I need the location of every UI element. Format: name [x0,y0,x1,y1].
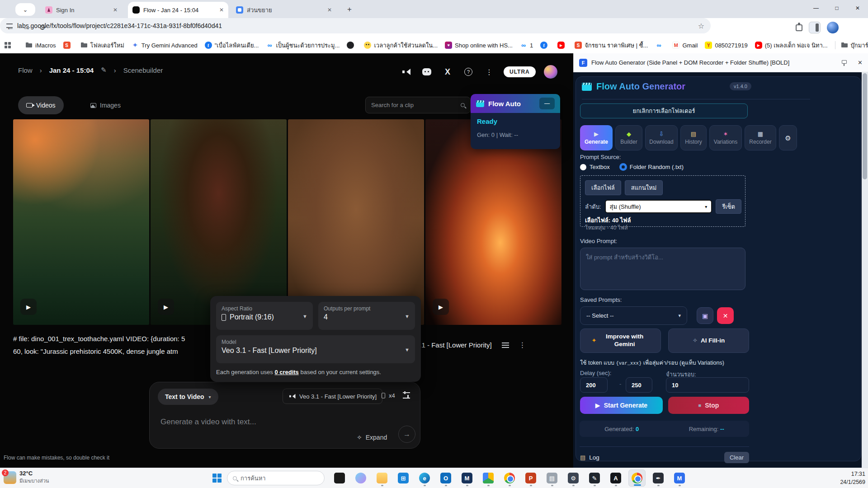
video-thumbnail-4[interactable]: ▶ [425,119,561,325]
app-icon-notes[interactable] [331,469,348,487]
reload-button[interactable]: ⟳ [37,22,49,33]
minimize-popup-button[interactable]: — [539,98,555,109]
submit-prompt-button[interactable]: → [398,426,415,443]
help-icon[interactable]: ? [462,66,475,78]
site-settings-icon[interactable] [6,23,13,28]
x-twitter-icon[interactable]: X [441,66,454,78]
app-icon-drive[interactable] [480,469,497,487]
play-icon[interactable]: ▶ [433,299,449,315]
bookmark-star-icon[interactable]: ☆ [698,22,704,30]
outputs-per-promp-select[interactable]: Outputs per prompt 4 ▼ [318,302,415,330]
new-tab-button[interactable]: + [344,5,354,14]
all-bookmarks[interactable]: บุ๊กมาร์กทั้งหมด [835,41,868,50]
app-icon-copilot[interactable] [352,469,369,487]
address-bar[interactable]: labs.google/fx/tools/flow/project/c2281e… [0,18,711,33]
play-icon[interactable]: ▶ [20,299,37,315]
model-select[interactable]: Model Veo 3.1 - Fast [Lower Priority] ▼ [216,335,415,363]
expand-button[interactable]: ✧ Expand [357,434,387,441]
flow-auto-popup-header[interactable]: Flow Auto — [471,94,560,113]
video-prompt-textarea[interactable] [580,248,745,290]
bookmark-item[interactable]: f [540,42,550,49]
tab-settings[interactable] [779,125,797,150]
tab-recorder[interactable]: Recorder [745,125,776,150]
apps-grid-icon[interactable] [5,42,11,48]
save-prompt-button[interactable]: ▣ [697,307,713,324]
bookmark-item[interactable]: Y0850271919 [705,42,747,49]
tab-variations[interactable]: Variations [709,125,742,150]
more-options-icon[interactable]: ⋮ [519,341,526,349]
tab-search-button[interactable]: ⌄ [15,3,35,16]
project-title[interactable]: Jan 24 - 15:04 [49,66,94,74]
video-thumbnail-1[interactable]: ▶ [13,119,149,325]
tab-close-icon[interactable]: ✕ [327,7,332,13]
browser-tab-signin[interactable]: Sign In ✕ [41,2,122,18]
tab-close-icon[interactable]: ✕ [219,7,224,13]
radio-folder-random[interactable]: Folder Random (.txt) [620,164,684,170]
radio-textbox[interactable]: Textbox [580,164,610,170]
app-icon-pen[interactable]: ✎ [586,469,603,487]
shuffle-order-select[interactable]: สุ่ม (Shuffle)▾ [605,200,712,213]
choose-file-button[interactable]: เลือกไฟล์ [585,180,621,195]
bookmark-item[interactable]: ∞เป็นผู้ชนะด้วยการประมู... [266,41,340,50]
taskbar-search-input[interactable] [241,475,320,482]
taskbar-search-box[interactable] [227,471,325,485]
clip-search-box[interactable] [365,97,471,113]
app-icon-outlook[interactable]: O [437,469,454,487]
app-icon-powerpoint[interactable]: P [522,469,539,487]
stop-button[interactable]: ■Stop [668,397,749,414]
side-panel-toggle-icon[interactable] [809,22,821,33]
breadcrumb-root[interactable]: Flow [18,66,33,74]
cancel-folder-button[interactable]: ยกเลิกการเลือกโฟลเดอร์ [580,103,748,118]
sound-icon[interactable] [400,66,412,78]
taskbar-clock[interactable]: 17:31 24/1/2569 [828,470,865,486]
reset-button[interactable]: รีเซ็ต [716,199,741,214]
app-icon-settings[interactable]: ⚙ [565,469,582,487]
model-chip[interactable]: Veo 3.1 - Fast [Lower Priority] [283,389,382,404]
bookmark-item[interactable]: โฟลเดอร์ใหม่ [80,41,124,50]
prompt-list-icon[interactable] [502,343,509,348]
output-multiplier[interactable]: x4 [381,392,395,399]
bookmark-item[interactable] [347,42,357,49]
weather-widget[interactable]: 2 32°C มีเมฆบางส่วน [4,470,49,485]
bookmark-item[interactable]: f"เบื่อไลฟ์คนเดีย... [205,41,259,50]
improve-with-gemini-button[interactable]: ✦Improve with Gemini [580,328,661,353]
window-maximize-button[interactable]: □ [826,0,847,16]
credits-link[interactable]: 0 credits [274,369,298,375]
prompt-input[interactable] [160,418,350,427]
app-icon-microsoft-store[interactable]: ⊞ [395,469,412,487]
tab-builder[interactable]: Builder [615,125,642,150]
saved-prompts-select[interactable]: -- Select --▾ [580,306,687,325]
discord-icon[interactable] [420,66,433,78]
clip-search-input[interactable] [371,102,457,108]
tab-close-icon[interactable]: ✕ [113,7,118,13]
pin-icon[interactable] [841,60,847,66]
browser-tab-flow[interactable]: Flow - Jan 24 - 15:04 ✕ [128,2,228,18]
tab-history[interactable]: History [680,125,707,150]
breadcrumb-scenebuilder[interactable]: Scenebuilder [123,66,163,74]
edit-pencil-icon[interactable]: ✎ [101,66,107,74]
bookmark-item[interactable]: ∞ [655,42,665,49]
bookmark-item[interactable]: ▶ [557,42,567,49]
tab-download[interactable]: Download [645,125,678,150]
delete-prompt-button[interactable]: ✕ [717,307,734,324]
app-icon-document[interactable]: ▤ [543,469,561,487]
tab-images[interactable]: Images [82,96,129,114]
bookmark-item[interactable]: ♥Shop online with HS... [445,42,513,49]
bookmark-item[interactable]: iMacros [25,42,56,49]
more-menu-icon[interactable]: ⋮ [483,66,495,78]
app-icon-chrome-active[interactable] [628,469,646,487]
settings-sliders-icon[interactable] [403,392,410,399]
start-generate-button[interactable]: ▶Start Generate [580,397,663,414]
window-minimize-button[interactable]: — [806,0,826,16]
bookmark-item[interactable]: MGmail [672,42,698,49]
app-icon-file-explorer[interactable] [373,469,391,487]
app-icon-mail[interactable]: M [671,469,688,487]
rescan-button[interactable]: สแกนใหม่ [625,180,663,195]
delay-max-input[interactable] [626,377,652,393]
delay-min-input[interactable] [580,377,608,393]
bookmark-item[interactable]: Sจักรยาน ราคาพิเศษ | ซื้... [575,41,648,50]
window-close-button[interactable]: ✕ [847,0,868,16]
bookmark-item[interactable]: ✦Try Gemini Advanced [132,42,198,49]
bookmark-item[interactable]: S [63,42,73,49]
app-icon-chrome-profile[interactable] [501,469,518,487]
